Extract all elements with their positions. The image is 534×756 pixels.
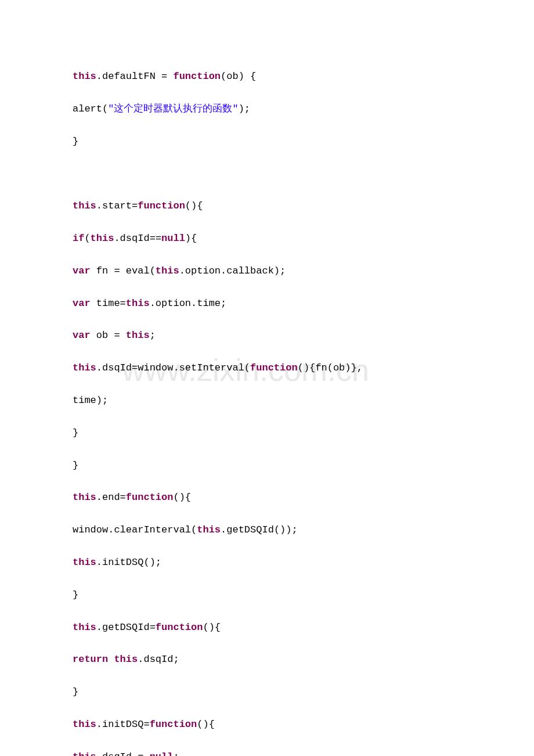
- code-line: }: [73, 426, 461, 440]
- code-token-string: "这个定时器默认执行的函数": [108, 103, 238, 114]
- code-line: var time=this.option.time;: [73, 297, 461, 311]
- code-line: var fn = eval(this.option.callback);: [73, 264, 461, 278]
- code-token-normal: .initDSQ=: [96, 719, 150, 730]
- code-token-normal: (){: [173, 492, 191, 503]
- code-token-normal: window.clearInterval(: [73, 524, 197, 535]
- code-token-keyword: var: [73, 330, 91, 341]
- code-line: window.clearInterval(this.getDSQId());: [73, 523, 461, 537]
- code-token-keyword: this: [73, 200, 96, 211]
- code-token-normal: (ob) {: [221, 71, 256, 82]
- code-token-keyword: this: [114, 654, 138, 665]
- code-token-normal: }: [73, 460, 78, 471]
- code-token-keyword: this: [73, 71, 96, 82]
- code-line: this.getDSQId=function(){: [73, 621, 461, 635]
- code-token-normal: .option.time;: [150, 298, 227, 309]
- code-token-normal: (){fn(ob)},: [298, 362, 363, 373]
- code-token-normal: }: [73, 686, 78, 697]
- code-token-keyword: function: [138, 200, 185, 211]
- code-token-normal: ;: [150, 330, 156, 341]
- code-token-keyword: this: [73, 751, 96, 756]
- code-token-normal: [108, 654, 114, 665]
- code-token-keyword: this: [73, 622, 96, 633]
- code-token-keyword: this: [73, 492, 96, 503]
- code-token-keyword: function: [173, 71, 221, 82]
- code-token-normal: [73, 168, 78, 179]
- code-token-normal: .defaultFN =: [96, 71, 174, 82]
- code-token-normal: .getDSQId());: [221, 524, 298, 535]
- code-token-keyword: this: [73, 719, 96, 730]
- code-line: alert("这个定时器默认执行的函数");: [73, 102, 461, 116]
- code-token-normal: time=: [91, 298, 126, 309]
- code-token-normal: (: [84, 233, 90, 244]
- code-token-keyword: this: [126, 330, 150, 341]
- code-token-keyword: if: [73, 233, 84, 244]
- code-token-normal: alert(: [73, 103, 108, 114]
- code-token-normal: ;: [173, 751, 179, 756]
- code-line: [73, 167, 461, 181]
- code-token-normal: (){: [197, 719, 215, 730]
- code-token-normal: (){: [185, 200, 203, 211]
- code-token-normal: );: [239, 103, 250, 114]
- code-token-normal: ob =: [91, 330, 126, 341]
- code-token-keyword: null: [150, 751, 174, 756]
- code-token-keyword: function: [156, 622, 203, 633]
- code-line: this.initDSQ=function(){: [73, 718, 461, 732]
- code-token-normal: .getDSQId=: [96, 622, 156, 633]
- code-token-keyword: null: [161, 233, 185, 244]
- code-line: this.dsqId = null;: [73, 750, 461, 756]
- code-token-normal: .dsqId;: [138, 654, 179, 665]
- code-token-keyword: var: [73, 265, 91, 276]
- code-token-normal: .dsqId=window.setInterval(: [96, 362, 250, 373]
- code-token-normal: }: [73, 136, 78, 147]
- code-token-keyword: this: [197, 524, 221, 535]
- code-token-keyword: function: [250, 362, 298, 373]
- code-token-normal: .dsqId =: [96, 751, 150, 756]
- code-token-normal: .dsqId==: [114, 233, 161, 244]
- code-token-keyword: var: [73, 298, 91, 309]
- code-token-keyword: this: [91, 233, 114, 244]
- code-token-normal: ){: [185, 233, 197, 244]
- code-token-keyword: return: [73, 654, 108, 665]
- code-token-keyword: this: [156, 265, 179, 276]
- code-line: }: [73, 459, 461, 473]
- document-page: www.zixin.com.cn this.defaultFN = functi…: [0, 0, 534, 756]
- code-line: }: [73, 685, 461, 699]
- code-line: this.defaultFN = function(ob) {: [73, 70, 461, 84]
- code-token-keyword: function: [126, 492, 174, 503]
- code-line: this.end=function(){: [73, 491, 461, 505]
- code-line: }: [73, 588, 461, 602]
- code-token-normal: (){: [203, 622, 221, 633]
- code-token-normal: .initDSQ();: [96, 557, 161, 568]
- code-token-keyword: this: [126, 298, 150, 309]
- code-token-normal: }: [73, 427, 78, 438]
- code-token-normal: .start=: [96, 200, 138, 211]
- code-line: }: [73, 135, 461, 149]
- code-content: this.defaultFN = function(ob) {alert("这个…: [73, 70, 461, 756]
- code-token-normal: .option.callback);: [179, 265, 286, 276]
- code-line: this.initDSQ();: [73, 556, 461, 570]
- code-token-keyword: function: [150, 719, 197, 730]
- code-line: time);: [73, 394, 461, 408]
- code-line: this.dsqId=window.setInterval(function()…: [73, 361, 461, 375]
- code-line: if(this.dsqId==null){: [73, 232, 461, 246]
- code-token-normal: time);: [73, 395, 108, 406]
- code-line: this.start=function(){: [73, 199, 461, 213]
- code-token-normal: fn = eval(: [91, 265, 156, 276]
- code-line: return this.dsqId;: [73, 653, 461, 667]
- code-token-normal: }: [73, 589, 78, 600]
- code-line: var ob = this;: [73, 329, 461, 343]
- code-token-normal: .end=: [96, 492, 126, 503]
- code-token-keyword: this: [73, 557, 96, 568]
- code-token-keyword: this: [73, 362, 96, 373]
